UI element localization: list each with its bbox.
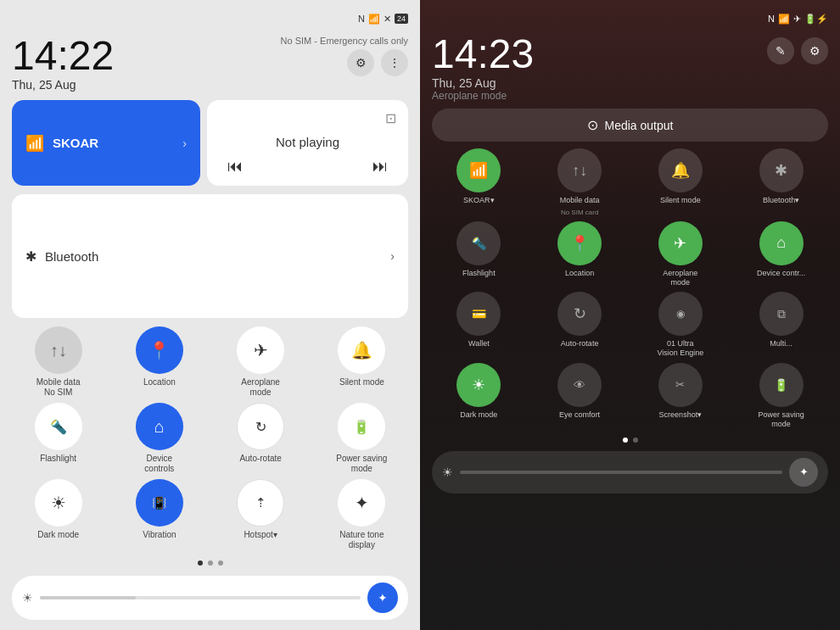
tile-device-controls[interactable]: ⌂ Devicecontrols (113, 403, 205, 474)
tile-power-saving[interactable]: 🔋 Power savingmode (316, 403, 408, 474)
left-panel: N 📶 ✕ 24 14:22 Thu, 25 Aug No SIM - Emer… (0, 0, 420, 630)
power-saving-label: Power savingmode (336, 454, 387, 474)
dark-tile-mobile-data[interactable]: ↑↓ Mobile data No SIM card (533, 148, 627, 216)
dark-power-saving-icon: 🔋 (759, 363, 804, 407)
tile-vibration[interactable]: 📳 Vibration (113, 479, 205, 550)
dark-device-controls-label: Device contr... (757, 269, 805, 278)
mobile-data-label: Mobile dataNo SIM (36, 377, 81, 398)
dark-auto-rotate-icon: ↻ (557, 292, 602, 336)
power-saving-icon: 🔋 (338, 403, 385, 450)
dark-vision-label: 01 UltraVision Engine (657, 339, 703, 358)
device-controls-label: Devicecontrols (144, 454, 174, 474)
next-button[interactable]: ⏭ (372, 158, 388, 176)
right-settings-button[interactable]: ⚙ (801, 37, 828, 64)
network-info: No SIM - Emergency calls only (281, 36, 408, 46)
dark-mobile-data-sublabel: No SIM card (561, 209, 598, 216)
right-header-buttons: ✎ ⚙ (767, 34, 828, 64)
location-label: Location (143, 377, 176, 387)
left-clock-info: 14:22 Thu, 25 Aug (12, 36, 114, 92)
bluetooth-tile[interactable]: ✱ Bluetooth › (12, 194, 408, 318)
vibration-icon: 📳 (136, 479, 183, 527)
wifi-tile-icon: 📶 (25, 134, 44, 153)
device-controls-icon: ⌂ (136, 403, 183, 450)
dark-tile-bluetooth[interactable]: ✱ Bluetooth▾ (734, 148, 828, 216)
bluetooth-label: Bluetooth (45, 249, 382, 264)
nature-tone-icon: ✦ (338, 479, 385, 527)
tile-nature-tone[interactable]: ✦ Nature tonedisplay (316, 479, 408, 550)
airplane-status-dark: ✈ (793, 14, 801, 25)
dark-tile-power-saving[interactable]: 🔋 Power savingmode (734, 363, 828, 429)
right-clock-info: 14:23 Thu, 25 Aug Aeroplane mode (432, 34, 534, 102)
dark-tile-eye-comfort[interactable]: 👁 Eye comfort (533, 363, 627, 429)
media-tile-header: ⊡ (219, 110, 396, 126)
right-edit-button[interactable]: ✎ (767, 37, 794, 64)
dark-tile-wallet[interactable]: 💳 Wallet (432, 292, 526, 358)
dot-1 (198, 560, 203, 566)
media-output-button[interactable]: ⊙ Media output (432, 109, 828, 142)
dark-flashlight-icon: 🔦 (456, 221, 501, 265)
tile-flashlight[interactable]: 🔦 Flashlight (12, 403, 104, 474)
tile-aeroplane[interactable]: ✈ Aeroplanemode (215, 326, 307, 398)
dark-tile-device-controls[interactable]: ⌂ Device contr... (734, 221, 828, 287)
nfc-icon: N (358, 14, 365, 24)
dark-tile-multi[interactable]: ⧉ Multi... (734, 292, 828, 358)
more-button[interactable]: ⋮ (381, 49, 408, 76)
dark-flashlight-label: Flashlight (462, 269, 496, 278)
left-time: 14:22 (12, 36, 114, 76)
brightness-auto-button[interactable]: ✦ (367, 583, 398, 613)
dark-tile-auto-rotate[interactable]: ↻ Auto-rotate (533, 292, 627, 358)
dark-device-controls-icon: ⌂ (759, 221, 804, 265)
prev-button[interactable]: ⏮ (227, 158, 243, 176)
dark-tile-screenshot[interactable]: ✂ Screenshot▾ (634, 363, 728, 429)
dark-eye-comfort-icon: 👁 (557, 363, 602, 407)
brightness-low-icon: ☀ (22, 591, 33, 605)
dark-tile-aeroplane[interactable]: ✈ Aeroplanemode (634, 221, 728, 287)
silent-label: Silent mode (339, 377, 384, 387)
tile-dark-mode[interactable]: ☀ Dark mode (12, 479, 104, 550)
dark-multi-label: Multi... (770, 339, 792, 348)
dark-brightness-auto-button[interactable]: ✦ (789, 458, 818, 487)
dark-brightness-bar: ☀ ✦ (432, 451, 828, 493)
dark-eye-comfort-label: Eye comfort (559, 410, 600, 420)
wifi-status-dark: 📶 (778, 14, 790, 25)
flashlight-icon: 🔦 (35, 403, 82, 450)
aeroplane-label: Aeroplanemode (241, 377, 280, 398)
dark-tile-dark-mode[interactable]: ☀ Dark mode (432, 363, 526, 429)
media-output-icon: ⊙ (587, 117, 598, 133)
settings-button[interactable]: ⚙ (347, 49, 374, 76)
media-controls: ⏮ ⏭ (219, 158, 396, 176)
dark-bluetooth-label: Bluetooth▾ (763, 196, 799, 205)
media-not-playing: Not playing (219, 135, 396, 149)
dark-aeroplane-label: Aeroplanemode (663, 269, 697, 287)
left-clock-actions: No SIM - Emergency calls only ⚙ ⋮ (281, 36, 408, 76)
auto-rotate-label: Auto-rotate (239, 454, 281, 464)
tile-location[interactable]: 📍 Location (113, 326, 205, 398)
aeroplane-icon: ✈ (237, 326, 284, 374)
dark-bluetooth-icon: ✱ (759, 148, 804, 192)
brightness-track[interactable] (40, 596, 361, 599)
battery-badge: 24 (395, 14, 408, 24)
dark-tile-vision[interactable]: ◉ 01 UltraVision Engine (634, 292, 728, 358)
dark-screenshot-icon: ✂ (658, 363, 703, 407)
bluetooth-icon: ✱ (25, 248, 36, 265)
nfc-icon-dark: N (768, 14, 775, 24)
dark-tile-location[interactable]: 📍 Location (533, 221, 627, 287)
dark-mode-label: Dark mode (37, 530, 79, 540)
cast-icon[interactable]: ⊡ (385, 110, 396, 126)
dark-brightness-low-icon: ☀ (442, 466, 453, 479)
flashlight-label: Flashlight (40, 454, 76, 464)
wifi-tile[interactable]: 📶 SKOAR › (12, 100, 200, 186)
dark-tile-silent[interactable]: 🔔 Silent mode (634, 148, 728, 216)
dark-tile-skoar[interactable]: 📶 SKOAR▾ (432, 148, 526, 216)
dark-brightness-track[interactable] (460, 471, 782, 474)
sim-icon: ✕ (384, 14, 391, 25)
left-status-bar: N 📶 ✕ 24 (12, 10, 408, 27)
dark-location-label: Location (565, 269, 594, 278)
dot-3 (218, 560, 223, 566)
tile-auto-rotate[interactable]: ↻ Auto-rotate (215, 403, 307, 474)
tile-hotspot[interactable]: ⇡ Hotspot▾ (215, 479, 307, 550)
dark-tile-flashlight[interactable]: 🔦 Flashlight (432, 221, 526, 287)
tile-mobile-data[interactable]: ↑↓ Mobile dataNo SIM (12, 326, 104, 398)
tile-silent[interactable]: 🔔 Silent mode (316, 326, 408, 398)
vibration-label: Vibration (143, 530, 176, 540)
